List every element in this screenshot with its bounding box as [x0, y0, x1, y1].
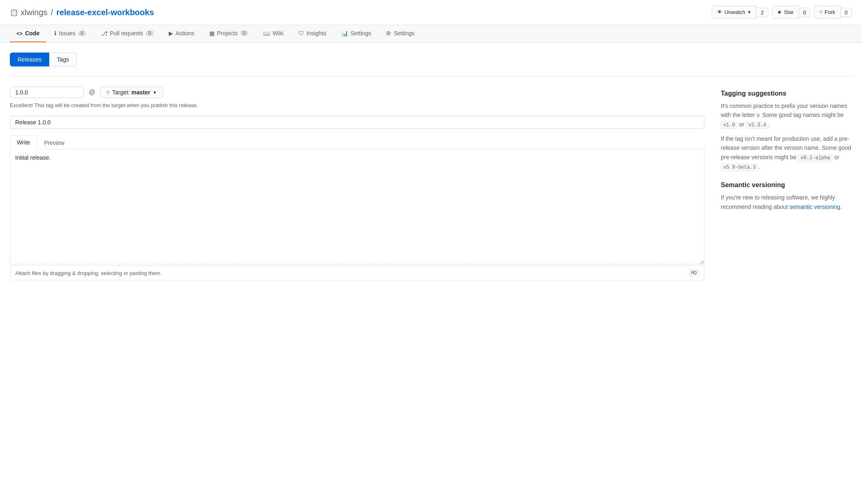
tagging-text-1: It's common practice to prefix your vers… — [721, 101, 852, 129]
form-main: 1.0.0 @ ⑂ Target: master ▼ Excellent! Th… — [10, 87, 704, 280]
releases-tab[interactable]: Releases — [10, 53, 49, 66]
tagging-suggestions-title: Tagging suggestions — [721, 90, 852, 97]
form-layout: 1.0.0 @ ⑂ Target: master ▼ Excellent! Th… — [10, 87, 852, 280]
attach-hint: Attach files by dragging & dropping, sel… — [15, 270, 162, 276]
tag-version-input[interactable]: 1.0.0 — [10, 87, 84, 98]
star-count: 0 — [799, 8, 811, 17]
fork-group: ⑂ Fork 0 — [814, 6, 852, 19]
fork-count: 0 — [841, 8, 852, 17]
star-button[interactable]: ★ Star — [772, 6, 799, 19]
tab-code[interactable]: <> Code — [10, 25, 46, 42]
tab-security[interactable]: 🛡 Insights — [292, 25, 333, 42]
unwatch-button[interactable]: 👁 Unwatch ▼ — [712, 6, 757, 19]
pull-requests-icon: ⎇ — [101, 30, 108, 37]
star-icon: ★ — [777, 8, 782, 16]
form-sidebar: Tagging suggestions It's common practice… — [721, 87, 852, 221]
tag-row: 1.0.0 @ ⑂ Target: master ▼ — [10, 87, 704, 98]
semantic-versioning-link[interactable]: semantic versioning — [789, 204, 840, 210]
tagging-code-2: v2.3.4 — [746, 121, 768, 129]
write-tab[interactable]: Write — [10, 135, 37, 149]
header-actions: 👁 Unwatch ▼ 2 ★ Star 0 ⑂ Fork 0 — [712, 6, 852, 19]
issues-icon: ℹ — [54, 30, 56, 37]
repo-name[interactable]: release-excel-workbooks — [56, 8, 154, 17]
projects-icon: ▦ — [209, 30, 215, 37]
preview-tab[interactable]: Preview — [37, 135, 71, 149]
settings-icon: ⚙ — [386, 30, 391, 37]
repo-icon: 📋 — [10, 9, 18, 16]
tab-settings[interactable]: ⚙ Settings — [379, 25, 421, 42]
divider — [10, 76, 852, 77]
at-symbol: @ — [89, 89, 95, 96]
projects-badge: 0 — [240, 30, 248, 36]
wiki-icon: 📖 — [263, 30, 270, 37]
unwatch-group: 👁 Unwatch ▼ 2 — [712, 6, 768, 19]
tag-hint: Excellent! This tag will be created from… — [10, 102, 704, 108]
chevron-down-icon: ▼ — [747, 8, 752, 16]
security-icon: 🛡 — [298, 30, 304, 37]
markdown-icon: MD — [689, 269, 699, 277]
pull-requests-badge: 0 — [146, 30, 154, 36]
semantic-versioning-section: Semantic versioning If you're new to rel… — [721, 181, 852, 211]
repo-owner: xlwings — [21, 8, 48, 17]
semantic-versioning-title: Semantic versioning — [721, 181, 852, 189]
actions-icon: ▶ — [169, 30, 173, 37]
fork-button[interactable]: ⑂ Fork — [814, 6, 841, 19]
body-textarea[interactable]: Initial release. — [10, 149, 704, 264]
star-group: ★ Star 0 — [772, 6, 811, 19]
tab-insights[interactable]: 📊 Settings — [335, 25, 378, 42]
code-icon: <> — [16, 30, 23, 37]
tags-tab[interactable]: Tags — [49, 53, 77, 66]
tab-pull-requests[interactable]: ⎇ Pull requests 0 — [94, 25, 160, 42]
fork-icon: ⑂ — [819, 8, 823, 16]
chevron-down-icon: ▼ — [153, 90, 157, 95]
editor-wrapper: Write Preview Initial release. Attach fi… — [10, 135, 704, 280]
semantic-text: If you're new to releasing software, we … — [721, 193, 852, 211]
repo-separator: / — [51, 8, 53, 17]
editor-tabs: Write Preview — [10, 135, 704, 149]
attach-area: Attach files by dragging & dropping, sel… — [10, 266, 704, 280]
top-header: 📋 xlwings / release-excel-workbooks 👁 Un… — [0, 0, 862, 25]
tab-wiki[interactable]: 📖 Wiki — [257, 25, 290, 42]
page-tabs: Releases Tags — [10, 53, 852, 66]
issues-badge: 0 — [78, 30, 86, 36]
repo-title: 📋 xlwings / release-excel-workbooks — [10, 8, 154, 17]
eye-icon: 👁 — [717, 8, 722, 16]
tab-issues[interactable]: ℹ Issues 0 — [48, 25, 92, 42]
unwatch-count: 2 — [757, 8, 768, 17]
tagging-text-2: If the tag isn't meant for production us… — [721, 134, 852, 172]
tab-actions[interactable]: ▶ Actions — [162, 25, 201, 42]
tab-projects[interactable]: ▦ Projects 0 — [203, 25, 255, 42]
tagging-suggestions-section: Tagging suggestions It's common practice… — [721, 90, 852, 172]
branch-icon: ⑂ — [106, 89, 110, 96]
target-branch-button[interactable]: ⑂ Target: master ▼ — [100, 87, 163, 98]
nav-tabs: <> Code ℹ Issues 0 ⎇ Pull requests 0 ▶ A… — [0, 25, 862, 43]
tagging-code-1: v1.0 — [721, 121, 738, 129]
tagging-code-4: v5.9-beta.3 — [721, 164, 758, 171]
main-content: Releases Tags 1.0.0 @ ⑂ Target: master ▼… — [0, 43, 862, 280]
tagging-code-3: v0.2-alpha — [798, 154, 832, 162]
release-title-input[interactable]: Release 1.0.0 — [10, 116, 704, 129]
insights-icon: 📊 — [341, 30, 348, 37]
